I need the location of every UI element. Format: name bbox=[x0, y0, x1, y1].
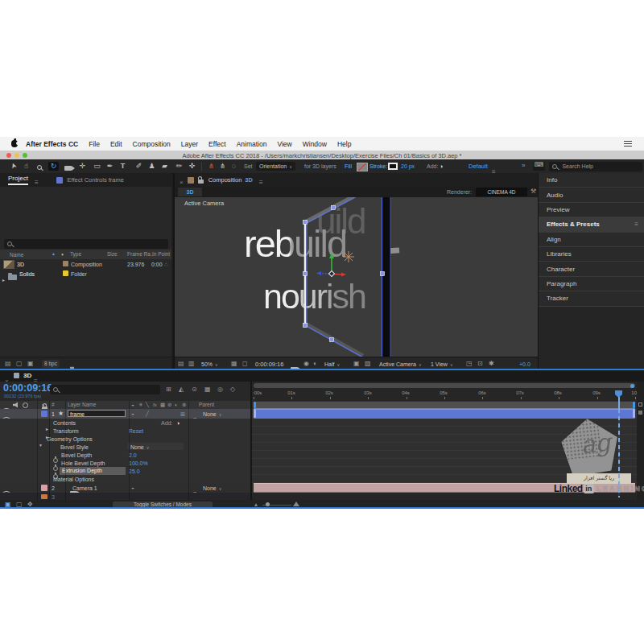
close-tab-icon[interactable] bbox=[180, 173, 184, 188]
color-depth-button[interactable]: 8 bpc bbox=[42, 360, 60, 368]
new-composition-icon[interactable]: ▣ bbox=[27, 361, 34, 367]
apple-menu-icon[interactable] bbox=[11, 140, 18, 147]
lock-icon[interactable] bbox=[198, 180, 204, 184]
roto-brush-tool[interactable]: ✏ bbox=[174, 162, 184, 171]
label-chip[interactable] bbox=[63, 270, 68, 276]
view-axis-mode-icon[interactable]: ◌ bbox=[229, 162, 239, 171]
zoom-tool[interactable] bbox=[34, 162, 44, 172]
item-name[interactable]: 3D bbox=[17, 262, 24, 267]
menu-help[interactable]: Help bbox=[337, 140, 351, 148]
clone-stamp-tool[interactable]: ♟ bbox=[147, 162, 157, 171]
layer-in-handle[interactable] bbox=[254, 409, 256, 418]
panel-menu-icon[interactable] bbox=[634, 221, 638, 228]
switch-quality-icon[interactable]: ╲ bbox=[146, 402, 149, 408]
choose-grid-icon[interactable]: ▦ bbox=[231, 361, 237, 367]
rotation-tool[interactable]: ↻ bbox=[48, 162, 59, 171]
mask-visibility-icon[interactable]: ◻ bbox=[242, 361, 248, 367]
menu-animation[interactable]: Animation bbox=[237, 140, 267, 148]
menu-layer[interactable]: Layer bbox=[181, 140, 198, 148]
sidebar-item-audio[interactable]: Audio bbox=[539, 188, 644, 202]
new-folder-icon[interactable]: ▢ bbox=[16, 361, 23, 367]
menu-composition[interactable]: Composition bbox=[133, 140, 171, 148]
renderer-settings-wrench-icon[interactable]: ⚒ bbox=[530, 188, 536, 195]
workspace-label[interactable]: Default bbox=[469, 163, 488, 170]
universal-axis-mode-icon[interactable]: ⋔ bbox=[206, 162, 217, 171]
stroke-width-value[interactable]: 20 px bbox=[401, 163, 415, 169]
layer-name-field[interactable]: frame bbox=[68, 410, 126, 417]
table-row[interactable]: Solids Folder bbox=[0, 269, 171, 279]
switch-shy-icon[interactable]: ◒ bbox=[131, 402, 134, 408]
show-channel-icon[interactable]: ◉ bbox=[303, 361, 309, 367]
selection-tool[interactable]: ➤ bbox=[8, 162, 19, 171]
zoom-level-dropdown[interactable]: 50% bbox=[201, 361, 218, 367]
table-row[interactable]: 3D Composition 23.976 0:00 ∴ bbox=[0, 259, 171, 269]
interpret-footage-icon[interactable]: ▤ bbox=[5, 361, 11, 367]
resolution-dropdown[interactable]: Half bbox=[324, 361, 340, 367]
prop-value[interactable]: 25.0 bbox=[129, 469, 140, 474]
prop-value[interactable]: 100.0% bbox=[129, 460, 148, 466]
switch-collapse-icon[interactable]: ✳ bbox=[138, 402, 142, 408]
transparency-grid-icon[interactable]: ▨ bbox=[365, 361, 371, 367]
project-panel-menu-icon[interactable] bbox=[35, 173, 39, 188]
comp-mini-flowchart-icon[interactable]: ⊞ bbox=[166, 386, 171, 393]
fill-label[interactable]: Fill bbox=[345, 163, 352, 169]
magnification-monitor-icon[interactable]: ▤ bbox=[178, 361, 184, 367]
rectangle-tool[interactable]: ▭ bbox=[92, 162, 102, 171]
stroke-swatch[interactable] bbox=[388, 163, 398, 170]
renderer-value-button[interactable]: CINEMA 4D bbox=[476, 188, 527, 196]
layer-quality-icon[interactable]: ╱ bbox=[146, 411, 149, 417]
label-column-icon[interactable]: ♦ bbox=[42, 402, 44, 407]
column-frame-rate[interactable]: Frame Ra.. bbox=[127, 252, 154, 258]
world-axis-mode-icon[interactable]: ⋔ bbox=[217, 162, 228, 171]
app-menu[interactable]: After Effects CC bbox=[26, 140, 78, 148]
zoom-out-mountain-icon[interactable] bbox=[254, 503, 258, 506]
comp-button[interactable] bbox=[638, 411, 642, 415]
prop-value[interactable]: 2.0 bbox=[129, 452, 137, 458]
column-name[interactable]: Name bbox=[10, 252, 23, 258]
timeline-zoom-knob[interactable] bbox=[266, 502, 270, 506]
tab-effect-controls[interactable]: Effect Controls frame bbox=[68, 176, 124, 184]
menu-effect[interactable]: Effect bbox=[208, 140, 226, 148]
switch-adjustment-icon[interactable]: ◐ bbox=[175, 402, 178, 408]
playhead-line[interactable] bbox=[618, 397, 620, 409]
menu-edit[interactable]: Edit bbox=[110, 140, 122, 148]
time-navigator[interactable] bbox=[254, 383, 635, 388]
eraser-tool[interactable]: ▰ bbox=[159, 162, 170, 171]
project-search-box[interactable] bbox=[4, 239, 168, 249]
prop-label-highlighted[interactable]: Extrusion Depth bbox=[60, 467, 126, 475]
keyboard-shortcuts-icon[interactable]: ⌨ bbox=[533, 162, 545, 171]
pen-tool[interactable]: ✒ bbox=[105, 162, 115, 171]
camera-tool[interactable] bbox=[63, 162, 73, 173]
expand-folder-icon[interactable] bbox=[2, 271, 6, 284]
exposure-value[interactable]: +0.0 bbox=[519, 361, 530, 367]
layer-duration-bar[interactable] bbox=[254, 409, 635, 419]
layer-name[interactable]: Camera 1 bbox=[72, 485, 97, 491]
layer-switch-icon[interactable]: ◒ bbox=[131, 485, 134, 491]
zoom-in-mountain-icon[interactable] bbox=[293, 502, 299, 506]
fill-swatch[interactable] bbox=[357, 163, 368, 171]
sidebar-item-preview[interactable]: Preview bbox=[539, 203, 644, 217]
reset-link[interactable]: Reset bbox=[129, 428, 143, 434]
sidebar-item-paragraph[interactable]: Paragraph bbox=[539, 277, 644, 291]
column-parent[interactable]: Parent bbox=[199, 402, 214, 408]
camera-view-dropdown[interactable]: Active Camera bbox=[379, 361, 422, 367]
column-size[interactable]: Size bbox=[107, 252, 118, 258]
tab-comp-name[interactable]: 3D bbox=[245, 176, 253, 184]
layer-label-chip[interactable] bbox=[41, 485, 47, 491]
tab-project[interactable]: Project bbox=[8, 175, 28, 185]
comp-marker-button[interactable] bbox=[638, 402, 642, 407]
menu-window[interactable]: Window bbox=[303, 140, 327, 148]
current-timecode[interactable]: 0:00:09:16 bbox=[3, 383, 52, 394]
column-layer-name[interactable]: Layer Name bbox=[68, 402, 96, 408]
bevel-style-dropdown[interactable]: None bbox=[127, 443, 184, 450]
pixel-aspect-icon[interactable]: ◳ bbox=[466, 361, 473, 367]
timeline-tab-3d[interactable]: 3D bbox=[23, 373, 31, 379]
help-search-box[interactable] bbox=[549, 162, 642, 171]
sort-arrow-icon[interactable]: ▲ bbox=[52, 252, 56, 256]
layer-out-handle[interactable] bbox=[633, 409, 635, 418]
column-type[interactable]: Type bbox=[70, 252, 81, 258]
layer-label-chip[interactable] bbox=[41, 411, 47, 417]
fast-previews-icon[interactable]: ⊡ bbox=[477, 361, 483, 367]
layer-switch-icon[interactable]: ◒ bbox=[131, 411, 134, 417]
parent-dropdown[interactable]: None bbox=[203, 485, 221, 491]
